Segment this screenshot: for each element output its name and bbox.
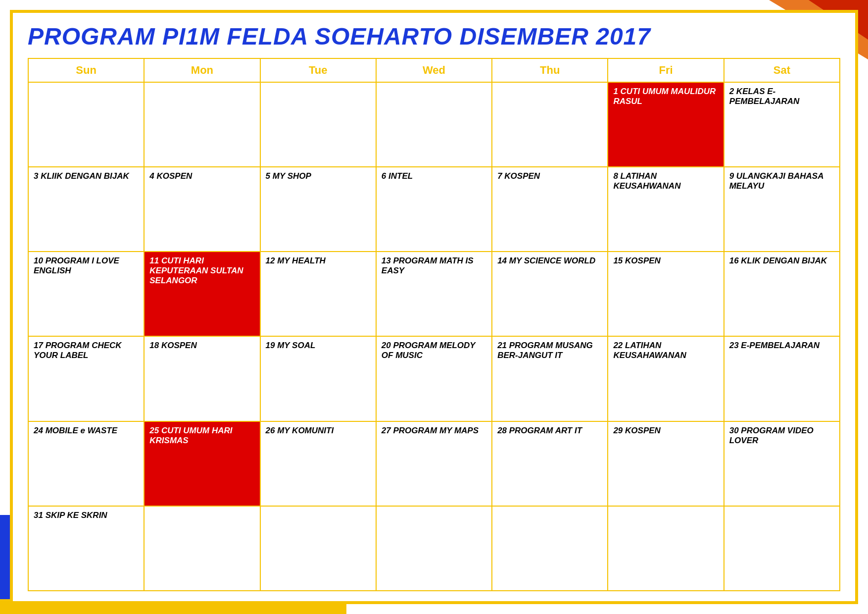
cell-content: 13 PROGRAM MATH IS EASY bbox=[382, 256, 474, 275]
calendar-row-1: 3 KLIIK DENGAN BIJAK4 KOSPEN5 MY SHOP6 I… bbox=[28, 167, 840, 252]
calendar-cell-1-1: 4 KOSPEN bbox=[144, 167, 260, 252]
calendar-cell-5-2 bbox=[260, 506, 376, 591]
cell-content: 11 CUTI HARI KEPUTERAAN SULTAN SELANGOR bbox=[149, 256, 243, 285]
cell-content: 18 KOSPEN bbox=[149, 341, 196, 350]
cell-content: 22 LATIHAN KEUSAHAWANAN bbox=[613, 341, 686, 360]
calendar-cell-2-5: 15 KOSPEN bbox=[608, 252, 723, 336]
cell-content: 26 MY KOMUNITI bbox=[266, 426, 334, 435]
cell-content: 14 MY SCIENCE WORLD bbox=[497, 256, 595, 265]
calendar-cell-4-4: 28 PROGRAM ART IT bbox=[492, 421, 608, 506]
calendar-header-row: SunMonTueWedThuFriSat bbox=[28, 58, 840, 82]
calendar-cell-5-4 bbox=[492, 506, 608, 591]
calendar-cell-4-3: 27 PROGRAM MY MAPS bbox=[376, 421, 492, 506]
cell-content: 24 MOBILE e WASTE bbox=[34, 426, 117, 435]
calendar-cell-0-0 bbox=[28, 82, 144, 167]
calendar-body: 1 CUTI UMUM MAULIDUR RASUL2 KELAS E-PEMB… bbox=[28, 82, 840, 591]
calendar-row-4: 24 MOBILE e WASTE25 CUTI UMUM HARI KRISM… bbox=[28, 421, 840, 506]
calendar-row-0: 1 CUTI UMUM MAULIDUR RASUL2 KELAS E-PEMB… bbox=[28, 82, 840, 167]
calendar-cell-1-6: 9 ULANGKAJI BAHASA MELAYU bbox=[724, 167, 840, 252]
calendar-cell-3-2: 19 MY SOAL bbox=[260, 336, 376, 421]
calendar-cell-3-5: 22 LATIHAN KEUSAHAWANAN bbox=[608, 336, 723, 421]
cell-content: 9 ULANGKAJI BAHASA MELAYU bbox=[729, 171, 823, 191]
cell-content: 16 KLIK DENGAN BIJAK bbox=[729, 256, 827, 265]
calendar-cell-2-1: 11 CUTI HARI KEPUTERAAN SULTAN SELANGOR bbox=[144, 252, 260, 336]
cell-content: 15 KOSPEN bbox=[613, 256, 660, 265]
cell-content: 4 KOSPEN bbox=[149, 171, 192, 181]
calendar-cell-5-0: 31 SKIP KE SKRIN bbox=[28, 506, 144, 591]
calendar-cell-1-2: 5 MY SHOP bbox=[260, 167, 376, 252]
calendar-header-thu: Thu bbox=[492, 58, 608, 82]
calendar-cell-4-2: 26 MY KOMUNITI bbox=[260, 421, 376, 506]
calendar-cell-3-6: 23 E-PEMBELAJARAN bbox=[724, 336, 840, 421]
calendar-cell-0-6: 2 KELAS E-PEMBELAJARAN bbox=[724, 82, 840, 167]
calendar-cell-5-5 bbox=[608, 506, 723, 591]
calendar-cell-0-4 bbox=[492, 82, 608, 167]
cell-content: 23 E-PEMBELAJARAN bbox=[729, 341, 820, 350]
calendar-cell-3-4: 21 PROGRAM MUSANG BER-JANGUT IT bbox=[492, 336, 608, 421]
calendar-cell-3-0: 17 PROGRAM CHECK YOUR LABEL bbox=[28, 336, 144, 421]
cell-content: 8 LATIHAN KEUSAHWANAN bbox=[613, 171, 680, 191]
cell-content: 5 MY SHOP bbox=[266, 171, 311, 181]
calendar-frame: PROGRAM PI1M FELDA SOEHARTO DISEMBER 201… bbox=[10, 10, 858, 604]
calendar-cell-2-2: 12 MY HEALTH bbox=[260, 252, 376, 336]
cell-content: 27 PROGRAM MY MAPS bbox=[382, 426, 479, 435]
calendar-cell-3-1: 18 KOSPEN bbox=[144, 336, 260, 421]
calendar-cell-4-1: 25 CUTI UMUM HARI KRISMAS bbox=[144, 421, 260, 506]
calendar-cell-0-1 bbox=[144, 82, 260, 167]
calendar-cell-0-2 bbox=[260, 82, 376, 167]
calendar-cell-2-6: 16 KLIK DENGAN BIJAK bbox=[724, 252, 840, 336]
calendar-cell-1-5: 8 LATIHAN KEUSAHWANAN bbox=[608, 167, 723, 252]
cell-content: 1 CUTI UMUM MAULIDUR RASUL bbox=[613, 87, 716, 106]
calendar-cell-1-0: 3 KLIIK DENGAN BIJAK bbox=[28, 167, 144, 252]
cell-content: 25 CUTI UMUM HARI KRISMAS bbox=[149, 426, 232, 445]
calendar-cell-0-5: 1 CUTI UMUM MAULIDUR RASUL bbox=[608, 82, 723, 167]
cell-content: 21 PROGRAM MUSANG BER-JANGUT IT bbox=[497, 341, 593, 360]
calendar-table: SunMonTueWedThuFriSat 1 CUTI UMUM MAULID… bbox=[28, 58, 840, 591]
cell-content: 10 PROGRAM I LOVE ENGLISH bbox=[34, 256, 119, 275]
cell-content: 17 PROGRAM CHECK YOUR LABEL bbox=[34, 341, 122, 360]
cell-content: 2 KELAS E-PEMBELAJARAN bbox=[729, 87, 800, 106]
cell-content: 31 SKIP KE SKRIN bbox=[34, 511, 107, 520]
calendar-cell-1-3: 6 INTEL bbox=[376, 167, 492, 252]
calendar-cell-2-4: 14 MY SCIENCE WORLD bbox=[492, 252, 608, 336]
cell-content: 29 KOSPEN bbox=[613, 426, 660, 435]
calendar-cell-2-3: 13 PROGRAM MATH IS EASY bbox=[376, 252, 492, 336]
page-title: PROGRAM PI1M FELDA SOEHARTO DISEMBER 201… bbox=[28, 23, 840, 50]
calendar-cell-4-5: 29 KOSPEN bbox=[608, 421, 723, 506]
calendar-cell-4-0: 24 MOBILE e WASTE bbox=[28, 421, 144, 506]
calendar-content: PROGRAM PI1M FELDA SOEHARTO DISEMBER 201… bbox=[13, 13, 855, 601]
calendar-cell-1-4: 7 KOSPEN bbox=[492, 167, 608, 252]
calendar-cell-5-6 bbox=[724, 506, 840, 591]
calendar-cell-5-3 bbox=[376, 506, 492, 591]
cell-content: 28 PROGRAM ART IT bbox=[497, 426, 582, 435]
calendar-row-5: 31 SKIP KE SKRIN bbox=[28, 506, 840, 591]
calendar-header-mon: Mon bbox=[144, 58, 260, 82]
calendar-cell-0-3 bbox=[376, 82, 492, 167]
cell-content: 6 INTEL bbox=[382, 171, 413, 181]
calendar-header-sun: Sun bbox=[28, 58, 144, 82]
calendar-cell-5-1 bbox=[144, 506, 260, 591]
calendar-cell-4-6: 30 PROGRAM VIDEO LOVER bbox=[724, 421, 840, 506]
cell-content: 19 MY SOAL bbox=[266, 341, 316, 350]
calendar-row-2: 10 PROGRAM I LOVE ENGLISH11 CUTI HARI KE… bbox=[28, 252, 840, 336]
cell-content: 30 PROGRAM VIDEO LOVER bbox=[729, 426, 814, 445]
calendar-header-sat: Sat bbox=[724, 58, 840, 82]
calendar-row-3: 17 PROGRAM CHECK YOUR LABEL18 KOSPEN19 M… bbox=[28, 336, 840, 421]
cell-content: 12 MY HEALTH bbox=[266, 256, 326, 265]
calendar-header-wed: Wed bbox=[376, 58, 492, 82]
calendar-cell-2-0: 10 PROGRAM I LOVE ENGLISH bbox=[28, 252, 144, 336]
cell-content: 20 PROGRAM MELODY OF MUSIC bbox=[382, 341, 476, 360]
calendar-cell-3-3: 20 PROGRAM MELODY OF MUSIC bbox=[376, 336, 492, 421]
cell-content: 3 KLIIK DENGAN BIJAK bbox=[34, 171, 129, 181]
calendar-header-fri: Fri bbox=[608, 58, 723, 82]
cell-content: 7 KOSPEN bbox=[497, 171, 540, 181]
calendar-header-tue: Tue bbox=[260, 58, 376, 82]
